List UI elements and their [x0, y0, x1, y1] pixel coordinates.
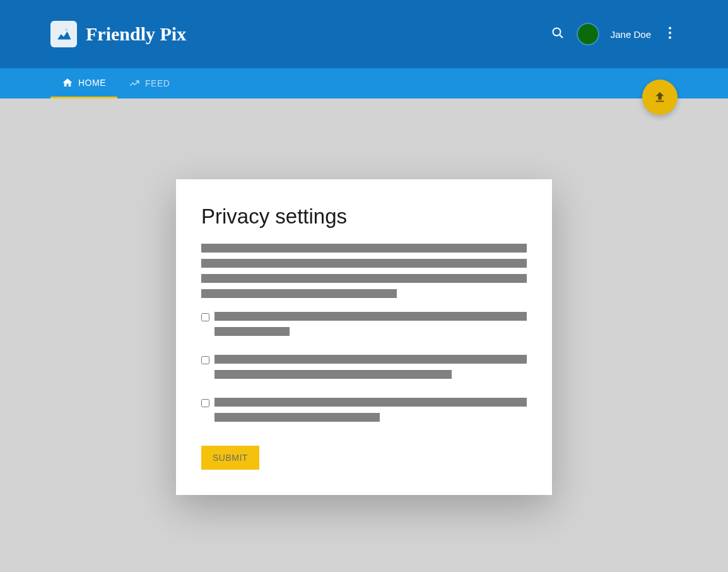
redacted-text	[201, 244, 527, 253]
app-logo-icon	[50, 21, 77, 47]
privacy-option-2	[201, 355, 527, 385]
redacted-text	[214, 398, 527, 407]
app-title: Friendly Pix	[86, 23, 186, 45]
main-content: Privacy settings	[0, 98, 728, 495]
checkbox-3-label	[214, 398, 527, 428]
redacted-text	[214, 413, 380, 422]
checkbox-1-label	[214, 312, 527, 342]
svg-point-5	[669, 37, 671, 39]
trending-icon	[129, 78, 140, 89]
redacted-text	[214, 327, 290, 336]
tab-bar: HOME FEED	[0, 68, 728, 98]
svg-line-2	[560, 35, 563, 38]
privacy-settings-card: Privacy settings	[176, 179, 552, 495]
privacy-option-1	[201, 312, 527, 342]
checkbox-2[interactable]	[201, 356, 209, 364]
svg-point-1	[553, 28, 560, 36]
description-block	[201, 244, 527, 298]
more-vert-icon	[665, 27, 675, 39]
user-avatar[interactable]	[577, 23, 599, 45]
logo-area: Friendly Pix	[50, 21, 186, 47]
checkbox-2-label	[214, 355, 527, 385]
submit-button[interactable]: SUBMIT	[201, 446, 259, 470]
upload-fab[interactable]	[642, 80, 678, 115]
tab-home-label: HOME	[78, 78, 106, 88]
redacted-text	[201, 259, 527, 268]
svg-point-4	[669, 32, 671, 34]
svg-point-0	[65, 28, 68, 31]
redacted-text	[201, 289, 397, 298]
username-label: Jane Doe	[611, 29, 651, 40]
upload-icon	[653, 90, 667, 104]
redacted-text	[214, 370, 452, 379]
search-button[interactable]	[550, 25, 565, 43]
home-icon	[62, 77, 73, 88]
privacy-option-3	[201, 398, 527, 428]
svg-point-3	[669, 27, 671, 30]
search-icon	[550, 25, 565, 40]
checkbox-1[interactable]	[201, 313, 209, 321]
card-title: Privacy settings	[201, 205, 527, 229]
checkbox-3[interactable]	[201, 399, 209, 407]
tab-feed-label: FEED	[145, 78, 170, 88]
tab-home[interactable]: HOME	[50, 68, 117, 98]
app-header: Friendly Pix Jane Doe	[0, 0, 728, 68]
redacted-text	[214, 355, 527, 364]
redacted-text	[201, 274, 527, 283]
tab-feed[interactable]: FEED	[117, 68, 181, 98]
picture-icon	[53, 23, 74, 45]
header-actions: Jane Doe	[550, 23, 678, 45]
redacted-text	[214, 312, 527, 321]
overflow-menu-button[interactable]	[662, 24, 678, 44]
